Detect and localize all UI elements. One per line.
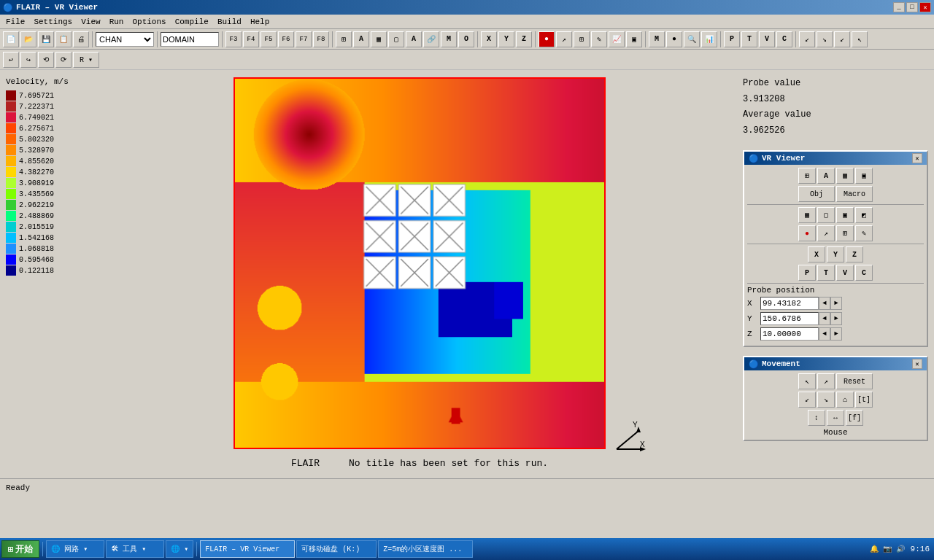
- mesh-button[interactable]: ▦: [371, 31, 387, 47]
- move-vert[interactable]: ↕: [808, 410, 825, 426]
- pencil-btn[interactable]: ✎: [591, 31, 607, 47]
- taskbar-drive[interactable]: 可移动磁盘 (K:): [296, 540, 377, 558]
- vr-obj-btn[interactable]: Obj: [798, 186, 835, 202]
- move-t[interactable]: [t]: [855, 392, 873, 408]
- visualization[interactable]: [234, 77, 606, 449]
- f8-button[interactable]: F8: [313, 31, 329, 47]
- rotate-cw[interactable]: ⟳: [55, 52, 72, 68]
- vr-annot-btn[interactable]: A: [817, 168, 835, 184]
- open-button[interactable]: 📂: [20, 31, 36, 47]
- menu-settings[interactable]: Settings: [29, 16, 77, 28]
- link-button[interactable]: 🔗: [423, 31, 439, 47]
- arrow-btn[interactable]: ↗: [556, 31, 572, 47]
- vr-grid-btn[interactable]: ⊞: [798, 168, 816, 184]
- m2-button[interactable]: M: [649, 31, 665, 47]
- move-downright[interactable]: ↘: [817, 392, 835, 408]
- z-axis[interactable]: Z: [516, 31, 532, 47]
- copy-button[interactable]: 📋: [55, 31, 72, 47]
- menu-compile[interactable]: Compile: [171, 16, 213, 28]
- magnify-btn[interactable]: 🔍: [684, 31, 700, 47]
- rotate-ccw[interactable]: ⟲: [38, 52, 54, 68]
- vr-macro-btn[interactable]: Macro: [836, 186, 873, 202]
- t-button[interactable]: T: [741, 31, 757, 47]
- menu-run[interactable]: Run: [105, 16, 128, 28]
- vr-close-button[interactable]: ✕: [912, 153, 922, 163]
- probe-z-dec[interactable]: ◄: [819, 327, 830, 341]
- maximize-button[interactable]: □: [906, 2, 918, 12]
- chart-btn[interactable]: 📈: [609, 31, 625, 47]
- chan-select[interactable]: CHAN: [96, 32, 154, 47]
- vr-p-btn[interactable]: P: [798, 265, 816, 281]
- vr-y-btn[interactable]: Y: [827, 246, 844, 262]
- new-button[interactable]: 📄: [3, 31, 19, 47]
- move-upright[interactable]: ↗: [817, 373, 835, 389]
- vr-z-btn[interactable]: Z: [846, 246, 863, 262]
- save-button[interactable]: 💾: [38, 31, 54, 47]
- vr-x-btn[interactable]: X: [808, 246, 825, 262]
- vr-p4-1[interactable]: ●: [798, 225, 816, 241]
- vr-p3-1[interactable]: ▦: [798, 207, 816, 223]
- vr-p4-4[interactable]: ✎: [855, 225, 873, 241]
- r-dropdown[interactable]: R ▾: [73, 52, 99, 68]
- vr-p4-3[interactable]: ⊞: [836, 225, 854, 241]
- taskbar-ie[interactable]: 🌐 ▾: [166, 540, 193, 558]
- dot-btn[interactable]: ●: [666, 31, 682, 47]
- v-button[interactable]: V: [759, 31, 775, 47]
- move-f[interactable]: [f]: [846, 410, 863, 426]
- f7-button[interactable]: F7: [296, 31, 312, 47]
- print-button[interactable]: 🖨: [73, 31, 89, 47]
- move-home[interactable]: ⌂: [836, 392, 854, 408]
- stats-btn[interactable]: 📊: [701, 31, 717, 47]
- menu-options[interactable]: Options: [128, 16, 170, 28]
- box-button[interactable]: ▢: [388, 31, 404, 47]
- vr-region-btn[interactable]: ▣: [855, 168, 873, 184]
- taskbar-network[interactable]: 🌐 网路 ▾: [46, 540, 104, 558]
- taskbar-tools[interactable]: 🛠 工具 ▾: [106, 540, 164, 558]
- move-reset[interactable]: Reset: [836, 373, 873, 389]
- probe-z-inc[interactable]: ►: [830, 327, 842, 341]
- probe-y-dec[interactable]: ◄: [819, 312, 830, 325]
- menu-view[interactable]: View: [77, 16, 104, 28]
- taskbar-flair[interactable]: FLAIR – VR Viewer: [200, 540, 295, 558]
- grid-toggle[interactable]: ⊞: [336, 31, 352, 47]
- probe-y-inc[interactable]: ►: [830, 312, 842, 325]
- taskbar-z5[interactable]: Z=5m的小区速度图 ...: [378, 540, 473, 558]
- annot-button[interactable]: A: [353, 31, 369, 47]
- menu-file[interactable]: File: [1, 16, 29, 28]
- undo-button[interactable]: ↩: [3, 52, 19, 68]
- f3-button[interactable]: F3: [225, 31, 242, 47]
- color-btn[interactable]: ●: [539, 31, 555, 47]
- p-button[interactable]: P: [724, 31, 740, 47]
- region-btn[interactable]: ▣: [626, 31, 642, 47]
- m-button[interactable]: M: [441, 31, 457, 47]
- nav2-btn[interactable]: ↘: [817, 31, 833, 47]
- minimize-button[interactable]: _: [893, 2, 905, 12]
- menu-help[interactable]: Help: [246, 16, 274, 28]
- f6-button[interactable]: F6: [278, 31, 294, 47]
- vr-p4-2[interactable]: ↗: [817, 225, 835, 241]
- domain-input[interactable]: [161, 32, 219, 47]
- movement-close-button[interactable]: ✕: [912, 359, 922, 369]
- move-horiz[interactable]: ↔: [827, 410, 844, 426]
- probe-x-dec[interactable]: ◄: [819, 297, 830, 310]
- f5-button[interactable]: F5: [260, 31, 277, 47]
- start-button[interactable]: ⊞ 开始: [1, 540, 39, 558]
- move-upleft[interactable]: ↖: [798, 373, 816, 389]
- move-downleft[interactable]: ↙: [798, 392, 816, 408]
- f4-button[interactable]: F4: [243, 31, 259, 47]
- nav1-btn[interactable]: ↙: [799, 31, 815, 47]
- vr-v-btn[interactable]: V: [836, 265, 854, 281]
- o-button[interactable]: O: [458, 31, 474, 47]
- text-button[interactable]: A: [406, 31, 422, 47]
- x-axis[interactable]: X: [481, 31, 497, 47]
- vr-p3-4[interactable]: ◩: [855, 207, 873, 223]
- menu-build[interactable]: Build: [213, 16, 246, 28]
- vr-p3-3[interactable]: ▣: [836, 207, 854, 223]
- nav3-btn[interactable]: ↙: [834, 31, 850, 47]
- flow-canvas[interactable]: [235, 79, 604, 448]
- y-axis[interactable]: Y: [498, 31, 514, 47]
- probe-x-inc[interactable]: ►: [830, 297, 842, 310]
- nav4-btn[interactable]: ↖: [852, 31, 868, 47]
- vr-mesh-btn[interactable]: ▦: [836, 168, 854, 184]
- close-button[interactable]: ✕: [919, 2, 931, 12]
